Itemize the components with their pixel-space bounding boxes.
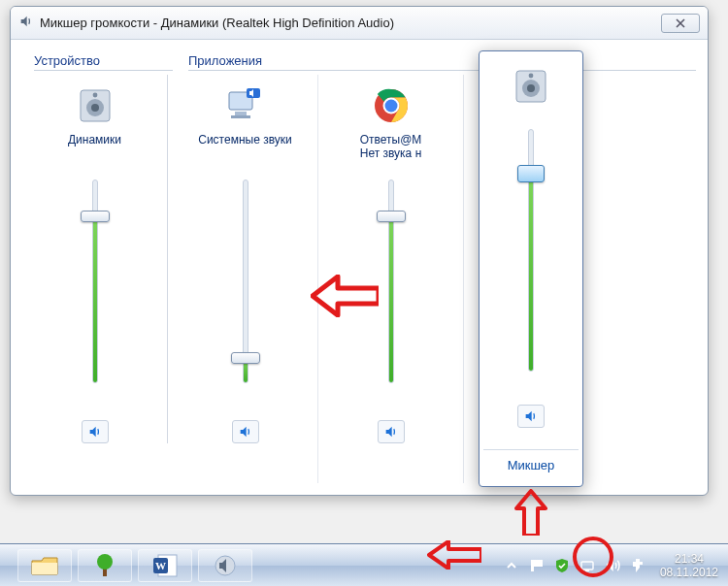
chrome-slider[interactable] [362,176,420,399]
svg-rect-28 [581,562,593,570]
channel-device-label: Динамики [68,133,121,162]
clock-date: 08.11.2012 [660,566,718,579]
taskbar-app-button[interactable] [78,549,132,582]
tray-volume-icon[interactable] [604,557,621,574]
tray-network-icon[interactable] [579,557,596,574]
system-sounds-icon[interactable] [224,84,267,127]
device-mute-button[interactable] [82,420,109,443]
svg-rect-6 [231,115,250,118]
volume-flyout: Микшер [479,50,583,487]
system-mute-button[interactable] [232,420,259,443]
titlebar[interactable]: Микшер громкости - Динамики (Realtek Hig… [11,7,708,40]
svg-point-10 [384,100,397,113]
tray-shield-icon[interactable] [553,557,571,574]
channel-device: Динамики [22,75,168,443]
flyout-mute-button[interactable] [517,405,545,428]
tray-flag-icon[interactable] [528,557,546,574]
channel-chrome: Ответы@M Нет звука н [318,75,464,483]
svg-rect-5 [235,112,247,115]
svg-rect-29 [585,570,589,571]
taskbar-volume-button[interactable] [198,549,252,582]
svg-point-19 [527,84,535,92]
section-device-label: Устройство [34,53,173,71]
section-apps-label: Приложения [188,53,696,71]
taskbar-clock[interactable]: 21:34 08.11.2012 [660,552,718,579]
flyout-speaker-icon[interactable] [510,65,552,108]
svg-point-20 [529,74,534,79]
volume-mixer-window: Микшер громкости - Динамики (Realtek Hig… [10,6,709,496]
taskbar-word-button[interactable]: W [138,549,192,582]
flyout-slider[interactable] [502,125,560,387]
mixer-link[interactable]: Микшер [483,449,579,480]
taskbar-explorer-button[interactable] [17,549,72,582]
speaker-device-icon[interactable] [74,84,116,127]
window-title: Микшер громкости - Динамики (Realtek Hig… [40,16,661,30]
channel-chrome-label: Ответы@M Нет звука н [360,133,422,162]
svg-text:W: W [155,560,166,571]
channel-system-sounds: Системные звуки [173,75,318,483]
close-button[interactable] [661,14,700,33]
tray-chevron-up-icon[interactable] [503,557,520,574]
system-slider[interactable] [216,176,275,399]
system-tray: 21:34 08.11.2012 [503,552,728,579]
svg-point-3 [92,93,97,98]
clock-time: 21:34 [660,552,718,566]
chrome-mute-button[interactable] [378,420,405,443]
svg-point-22 [97,554,113,570]
chrome-icon[interactable] [370,84,413,127]
tray-power-icon[interactable] [629,557,646,574]
annotation-arrow-up-icon [514,489,547,536]
taskbar: W 21:34 08.11.2012 [0,543,728,586]
speaker-icon [18,14,34,32]
svg-point-2 [91,104,99,112]
device-slider[interactable] [66,176,124,399]
channel-system-label: Системные звуки [198,133,291,162]
svg-rect-27 [531,560,534,571]
